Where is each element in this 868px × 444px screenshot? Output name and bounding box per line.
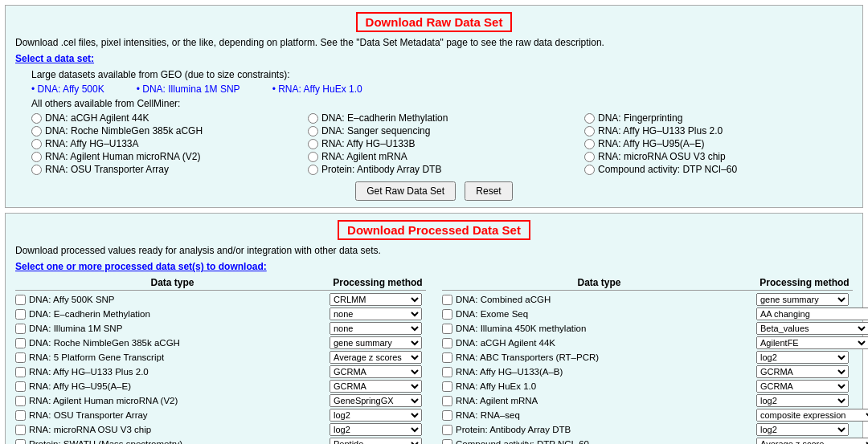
radio-label-14: Compound activity: DTP NCI–60 <box>598 164 737 175</box>
radio-dna-roche[interactable] <box>31 126 42 136</box>
radio-label-1: DNA: E–cadherin Methylation <box>321 112 448 124</box>
raw-reset-button[interactable]: Reset <box>465 181 512 201</box>
proc-right-label-9: Protein: Antibody Array DTB <box>442 425 756 435</box>
processed-desc: Download processed values ready for anal… <box>15 245 853 256</box>
proc-left-check-1[interactable] <box>15 309 26 320</box>
proc-right-header: Data type Processing method <box>442 277 853 291</box>
proc-right-select-4[interactable]: log2 <box>756 351 849 364</box>
radio-item-11: RNA: microRNA OSU V3 chip <box>584 151 853 162</box>
proc-left-select-9[interactable]: log2 <box>330 423 422 436</box>
radio-rna-affy133plus2[interactable] <box>584 126 595 136</box>
proc-right-row-6: RNA: Affy HuEx 1.0 GCRMA <box>442 379 853 393</box>
proc-left-select-0[interactable]: CRLMM <box>330 293 422 306</box>
radio-dna-ecadherin[interactable] <box>308 113 318 124</box>
proc-left-label-0: DNA: Affy 500K SNP <box>15 295 330 305</box>
proc-left-check-6[interactable] <box>15 381 26 392</box>
proc-right-select-3[interactable]: AgilentFE <box>756 336 868 349</box>
proc-right-check-6[interactable] <box>442 381 452 392</box>
proc-right-row-0: DNA: Combined aCGH gene summary <box>442 292 853 307</box>
proc-left-label-7: RNA: Agilent Human microRNA (V2) <box>15 396 330 406</box>
proc-right-check-4[interactable] <box>442 352 452 363</box>
proc-left-check-5[interactable] <box>15 367 26 377</box>
proc-left-check-9[interactable] <box>15 425 26 435</box>
proc-left-row-10: Protein: SWATH (Mass spectrometry) Pepti… <box>15 437 426 444</box>
proc-right-check-5[interactable] <box>442 367 452 377</box>
geo-link-affy500k[interactable]: DNA: Affy 500K <box>31 84 104 95</box>
proc-right-check-0[interactable] <box>442 295 452 305</box>
raw-section-title: Download Raw Data Set <box>15 12 853 32</box>
radio-item-9: RNA: Agilent Human microRNA (V2) <box>31 151 300 162</box>
radio-rna-affy133a[interactable] <box>31 139 42 149</box>
proc-left-header: Data type Processing method <box>15 277 426 291</box>
proc-left-select-10[interactable]: Peptide <box>330 438 422 444</box>
proc-left-select-7[interactable]: GeneSpringGX <box>330 394 422 407</box>
proc-right-label-5: RNA: Affy HG–U133(A–B) <box>442 367 756 377</box>
proc-right-select-2[interactable]: Beta_values <box>756 322 868 335</box>
proc-right-select-10[interactable]: Average z score <box>756 438 868 444</box>
proc-left-select-2[interactable]: none <box>330 322 422 335</box>
radio-item-5: RNA: Affy HG–U133 Plus 2.0 <box>584 125 853 136</box>
proc-right-check-10[interactable] <box>442 439 452 445</box>
radio-rna-osu-transporter[interactable] <box>31 165 42 175</box>
proc-left-label-10: Protein: SWATH (Mass spectrometry) <box>15 439 330 445</box>
radio-dna-fingerprinting[interactable] <box>584 113 595 124</box>
proc-right-row-8: RNA: RNA–seq composite expression <box>442 408 853 422</box>
proc-left-select-5[interactable]: GCRMA <box>330 365 422 378</box>
proc-left-check-8[interactable] <box>15 410 26 421</box>
proc-right-check-8[interactable] <box>442 410 452 421</box>
proc-right-row-2: DNA: Illumina 450K methylation Beta_valu… <box>442 321 853 336</box>
radio-label-13: Protein: Antibody Array DTB <box>321 164 441 175</box>
proc-left-row-4: RNA: 5 Platform Gene Transcript Average … <box>15 350 426 365</box>
geo-link-affyhuex[interactable]: RNA: Affy HuEx 1.0 <box>272 84 362 95</box>
proc-right-select-1[interactable]: AA changing <box>756 308 868 320</box>
radio-rna-affy133b[interactable] <box>308 139 318 149</box>
radio-label-12: RNA: OSU Transporter Array <box>45 164 169 175</box>
proc-right-select-8[interactable]: composite expression <box>756 409 868 422</box>
proc-left-row-6: RNA: Affy HG–U95(A–E) GCRMA <box>15 379 426 393</box>
radio-compound-dtp[interactable] <box>584 165 595 175</box>
proc-left-check-10[interactable] <box>15 439 26 445</box>
proc-left-select-8[interactable]: log2 <box>330 409 422 422</box>
proc-left-check-2[interactable] <box>15 324 26 334</box>
proc-right-check-9[interactable] <box>442 425 452 435</box>
radio-item-10: RNA: Agilent mRNA <box>308 151 576 162</box>
proc-right-check-1[interactable] <box>442 309 452 320</box>
radio-rna-agilent-mrna[interactable] <box>308 152 318 162</box>
radio-rna-mirna-osu[interactable] <box>584 152 595 162</box>
proc-left-check-3[interactable] <box>15 338 26 348</box>
proc-left-select-3[interactable]: gene summary <box>330 336 422 349</box>
left-col-header-method: Processing method <box>330 277 426 288</box>
radio-protein-antibody[interactable] <box>308 165 318 175</box>
geo-link-illumina1m[interactable]: DNA: Illumina 1M SNP <box>137 84 240 95</box>
proc-right-label-1: DNA: Exome Seq <box>442 309 756 320</box>
proc-left-select-4[interactable]: Average z scores <box>330 351 422 364</box>
raw-select-label: Select a data set: <box>15 53 853 64</box>
radio-dna-acgh-agilent44k[interactable] <box>31 113 42 124</box>
proc-left-check-4[interactable] <box>15 352 26 363</box>
radio-item-3: DNA: Roche NimbleGen 385k aCGH <box>31 125 300 136</box>
radio-dna-sanger[interactable] <box>308 126 318 136</box>
proc-right-select-9[interactable]: log2 <box>756 423 849 436</box>
radio-label-0: DNA: aCGH Agilent 44K <box>45 112 149 124</box>
proc-left-row-8: RNA: OSU Transporter Array log2 <box>15 408 426 422</box>
raw-button-row: Get Raw Data Set Reset <box>15 181 853 201</box>
proc-right-select-5[interactable]: GCRMA <box>756 365 849 378</box>
proc-right-check-3[interactable] <box>442 338 452 348</box>
proc-left-check-7[interactable] <box>15 396 26 406</box>
get-raw-dataset-button[interactable]: Get Raw Data Set <box>355 181 456 201</box>
proc-right-check-2[interactable] <box>442 324 452 334</box>
proc-right-label-7: RNA: Agilent mRNA <box>442 396 756 406</box>
proc-right-row-4: RNA: ABC Transporters (RT–PCR) log2 <box>442 350 853 365</box>
proc-left-check-0[interactable] <box>15 295 26 305</box>
proc-right-select-6[interactable]: GCRMA <box>756 380 849 393</box>
radio-label-10: RNA: Agilent mRNA <box>321 151 407 162</box>
proc-right-select-7[interactable]: log2 <box>756 394 849 407</box>
proc-left-select-6[interactable]: GCRMA <box>330 380 422 393</box>
proc-left-row-7: RNA: Agilent Human microRNA (V2) GeneSpr… <box>15 393 426 408</box>
radio-rna-agilent-mirna[interactable] <box>31 152 42 162</box>
proc-right-check-7[interactable] <box>442 396 452 406</box>
radio-rna-affy-u95[interactable] <box>584 139 595 149</box>
proc-right-select-0[interactable]: gene summary <box>756 293 849 306</box>
radio-item-12: RNA: OSU Transporter Array <box>31 164 300 175</box>
proc-left-select-1[interactable]: none <box>330 308 422 320</box>
